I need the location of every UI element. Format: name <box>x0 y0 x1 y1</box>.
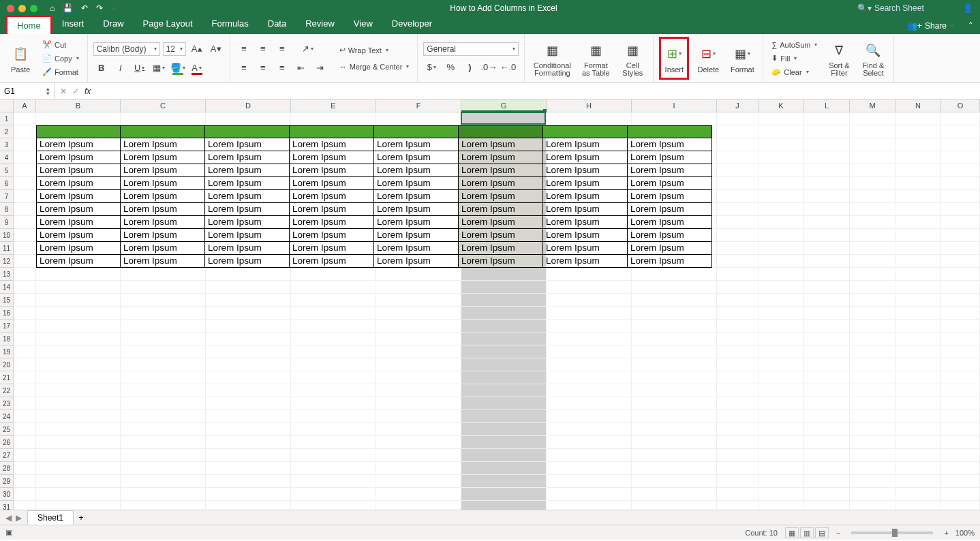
col-header-I[interactable]: I <box>632 99 717 112</box>
col-header-H[interactable]: H <box>547 99 632 112</box>
table-cell[interactable]: Lorem Ipsum <box>374 216 459 229</box>
table-cell[interactable]: Lorem Ipsum <box>628 177 712 190</box>
row-header-19[interactable]: 19 <box>0 345 13 358</box>
table-cell[interactable]: Lorem Ipsum <box>37 203 121 216</box>
cut-button[interactable]: ✂️Cut <box>40 39 82 51</box>
sheet-nav-next-icon[interactable]: ▶ <box>16 513 22 523</box>
table-cell[interactable]: Lorem Ipsum <box>121 242 205 255</box>
table-cell[interactable]: Lorem Ipsum <box>205 164 290 177</box>
table-cell[interactable]: Lorem Ipsum <box>37 164 121 177</box>
col-header-E[interactable]: E <box>291 99 376 112</box>
table-cell[interactable]: Lorem Ipsum <box>37 229 121 242</box>
col-header-O[interactable]: O <box>941 99 980 112</box>
ribbon-tab-draw[interactable]: Draw <box>93 15 133 34</box>
table-cell[interactable]: Lorem Ipsum <box>543 216 628 229</box>
table-cell[interactable]: Lorem Ipsum <box>121 203 205 216</box>
format-cells-button[interactable]: ▦▾Format <box>727 37 757 80</box>
table-header-cell[interactable] <box>121 126 205 138</box>
table-cell[interactable]: Lorem Ipsum <box>628 164 712 177</box>
view-buttons[interactable]: ▦▥▤ <box>784 527 829 538</box>
percent-icon[interactable]: % <box>442 60 459 75</box>
row-header-12[interactable]: 12 <box>0 255 13 268</box>
cell-styles-button[interactable]: ▦Cell Styles <box>617 37 647 80</box>
table-cell[interactable]: Lorem Ipsum <box>459 177 543 190</box>
add-sheet-button[interactable]: + <box>74 513 89 523</box>
table-cell[interactable]: Lorem Ipsum <box>205 177 290 190</box>
table-cell[interactable]: Lorem Ipsum <box>37 190 121 203</box>
autosum-button[interactable]: ∑AutoSum▾ <box>769 39 820 51</box>
row-header-6[interactable]: 6 <box>0 177 13 190</box>
table-cell[interactable]: Lorem Ipsum <box>205 151 290 164</box>
row-header-28[interactable]: 28 <box>0 462 13 475</box>
table-cell[interactable]: Lorem Ipsum <box>543 255 628 268</box>
table-cell[interactable]: Lorem Ipsum <box>290 190 374 203</box>
row-header-1[interactable]: 1 <box>0 112 13 125</box>
insert-button[interactable]: ⊞▾Insert <box>659 37 689 80</box>
collapse-ribbon-icon[interactable]: ˄ <box>962 17 980 34</box>
table-cell[interactable]: Lorem Ipsum <box>290 164 374 177</box>
increase-decimal-icon[interactable]: .0→ <box>480 60 497 75</box>
col-header-M[interactable]: M <box>850 99 895 112</box>
table-cell[interactable]: Lorem Ipsum <box>459 190 543 203</box>
table-cell[interactable]: Lorem Ipsum <box>205 229 290 242</box>
table-cell[interactable]: Lorem Ipsum <box>290 177 374 190</box>
col-header-L[interactable]: L <box>804 99 850 112</box>
table-cell[interactable]: Lorem Ipsum <box>374 138 459 151</box>
row-header-26[interactable]: 26 <box>0 436 13 449</box>
table-cell[interactable]: Lorem Ipsum <box>459 229 543 242</box>
row-header-9[interactable]: 9 <box>0 216 13 229</box>
table-cell[interactable]: Lorem Ipsum <box>205 190 290 203</box>
share-button[interactable]: 👥+ Share ▾ <box>899 18 962 34</box>
orientation-icon[interactable]: ↗▾ <box>300 42 316 57</box>
table-cell[interactable]: Lorem Ipsum <box>37 151 121 164</box>
home-icon[interactable]: ⌂ <box>50 3 55 13</box>
table-cell[interactable]: Lorem Ipsum <box>628 216 712 229</box>
ribbon-tab-formulas[interactable]: Formulas <box>202 15 258 34</box>
table-cell[interactable]: Lorem Ipsum <box>459 151 543 164</box>
ribbon-tab-view[interactable]: View <box>344 15 382 34</box>
row-header-27[interactable]: 27 <box>0 449 13 462</box>
row-header-31[interactable]: 31 <box>0 501 13 510</box>
table-cell[interactable]: Lorem Ipsum <box>543 203 628 216</box>
table-cell[interactable]: Lorem Ipsum <box>459 242 543 255</box>
table-cell[interactable]: Lorem Ipsum <box>374 164 459 177</box>
row-header-11[interactable]: 11 <box>0 242 13 255</box>
maximize-window-icon[interactable] <box>30 5 37 12</box>
undo-icon[interactable]: ↶ <box>81 3 88 13</box>
col-header-C[interactable]: C <box>121 99 206 112</box>
table-cell[interactable]: Lorem Ipsum <box>290 203 374 216</box>
ribbon-tab-insert[interactable]: Insert <box>52 15 94 34</box>
table-header-cell[interactable] <box>37 126 121 138</box>
sheet-nav-prev-icon[interactable]: ◀ <box>5 513 12 523</box>
format-as-table-button[interactable]: ▦Format as Table <box>578 37 613 80</box>
table-cell[interactable]: Lorem Ipsum <box>374 177 459 190</box>
row-header-29[interactable]: 29 <box>0 475 13 488</box>
decrease-decimal-icon[interactable]: ←.0 <box>500 60 516 75</box>
table-cell[interactable]: Lorem Ipsum <box>37 216 121 229</box>
paste-button[interactable]: 📋 Paste <box>5 37 35 80</box>
merge-center-button[interactable]: ↔︎Merge & Center▾ <box>337 61 412 73</box>
decrease-indent-icon[interactable]: ⇤ <box>293 61 309 76</box>
sort-filter-button[interactable]: ᐁSort & Filter <box>824 37 854 80</box>
close-window-icon[interactable] <box>7 5 14 12</box>
table-cell[interactable]: Lorem Ipsum <box>121 216 205 229</box>
table-cell[interactable]: Lorem Ipsum <box>121 255 205 268</box>
row-header-24[interactable]: 24 <box>0 410 13 423</box>
confirm-formula-icon[interactable]: ✓ <box>72 87 79 96</box>
table-cell[interactable]: Lorem Ipsum <box>290 216 374 229</box>
table-cell[interactable]: Lorem Ipsum <box>543 164 628 177</box>
table-cell[interactable]: Lorem Ipsum <box>37 177 121 190</box>
wrap-text-button[interactable]: ↩︎Wrap Text▾ <box>337 44 412 57</box>
cancel-formula-icon[interactable]: ✕ <box>60 87 67 96</box>
italic-button[interactable]: I <box>112 61 129 76</box>
row-header-8[interactable]: 8 <box>0 203 13 216</box>
ribbon-tab-developer[interactable]: Developer <box>382 15 442 34</box>
row-header-23[interactable]: 23 <box>0 397 13 410</box>
align-middle-icon[interactable]: ≡ <box>255 42 271 57</box>
table-cell[interactable]: Lorem Ipsum <box>121 151 205 164</box>
save-icon[interactable]: 💾 <box>63 3 73 13</box>
select-all-corner[interactable] <box>0 99 14 112</box>
table-cell[interactable]: Lorem Ipsum <box>205 242 290 255</box>
table-cell[interactable]: Lorem Ipsum <box>628 138 712 151</box>
underline-button[interactable]: U▾ <box>132 61 148 76</box>
